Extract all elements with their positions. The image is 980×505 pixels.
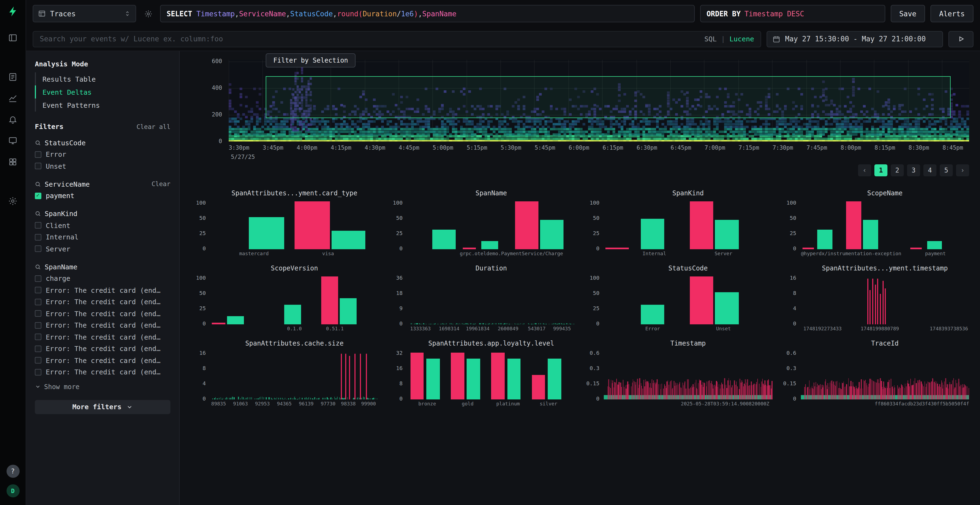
density-stroke xyxy=(954,389,955,399)
page-button-1[interactable]: 1 xyxy=(874,164,888,176)
mode-event-patterns[interactable]: Event Patterns xyxy=(35,98,170,111)
time-range-picker[interactable]: May 27 15:30:00 - May 27 21:00:00 xyxy=(767,31,943,47)
checkbox[interactable] xyxy=(35,287,41,294)
search-input[interactable]: Search your events w/ Lucene ex. column:… xyxy=(33,31,761,47)
heatmap-plot[interactable]: Filter by Selection xyxy=(229,60,969,141)
mini-chart-plot[interactable] xyxy=(210,274,379,324)
mini-chart-x-tick: Error xyxy=(645,326,660,332)
filter-option-charge[interactable]: charge xyxy=(35,273,170,284)
order-by-input[interactable]: ORDER BY Timestamp DESC xyxy=(700,5,885,22)
clear-all-filters-link[interactable]: Clear all xyxy=(136,123,170,130)
density-stroke xyxy=(815,386,815,399)
filter-option-error-the-credit-card-end[interactable]: Error: The credit card (end… xyxy=(35,366,170,378)
filter-group-header-statuscode[interactable]: StatusCode xyxy=(35,137,170,149)
checkbox[interactable] xyxy=(35,275,41,282)
mini-chart-body: 02550100 xyxy=(584,274,772,324)
mode-results-table[interactable]: Results Table xyxy=(35,72,170,86)
mini-chart-plot[interactable] xyxy=(800,349,969,399)
source-settings-gear-icon[interactable] xyxy=(142,7,154,20)
page-button-3[interactable]: 3 xyxy=(907,164,920,176)
checkbox[interactable] xyxy=(35,234,41,241)
checkbox[interactable] xyxy=(35,346,41,352)
source-selector[interactable]: Traces xyxy=(33,5,136,22)
filter-option-error-the-credit-card-end[interactable]: Error: The credit card (end… xyxy=(35,319,170,331)
alerts-bell-icon[interactable] xyxy=(7,113,19,125)
save-button[interactable]: Save xyxy=(891,5,925,22)
checkbox[interactable] xyxy=(35,222,41,229)
page-button-4[interactable]: 4 xyxy=(923,164,937,176)
heatmap-selection-region[interactable] xyxy=(266,76,951,118)
mini-chart-plot[interactable] xyxy=(407,199,576,249)
density-stroke xyxy=(496,323,496,324)
mini-chart-plot[interactable] xyxy=(407,274,576,324)
filter-option-error-the-credit-card-end[interactable]: Error: The credit card (end… xyxy=(35,308,170,319)
mini-chart-plot[interactable] xyxy=(210,199,379,249)
bar xyxy=(294,201,330,249)
checkbox[interactable] xyxy=(35,163,41,170)
mini-chart-plot[interactable] xyxy=(800,274,969,324)
filter-option-error-the-credit-card-end[interactable]: Error: The credit card (end… xyxy=(35,354,170,366)
services-grid-icon[interactable] xyxy=(7,156,19,168)
app-logo-bolt-icon[interactable] xyxy=(7,5,19,17)
filter-by-selection-button[interactable]: Filter by Selection xyxy=(266,53,356,67)
mini-chart-plot[interactable] xyxy=(604,349,772,399)
filter-option-server[interactable]: Server xyxy=(35,243,170,255)
filter-group-header-servicename[interactable]: ServiceNameClear xyxy=(35,178,170,190)
user-avatar[interactable]: D xyxy=(6,484,19,497)
clear-filter-link[interactable]: Clear xyxy=(152,180,170,188)
filter-group-header-spanname[interactable]: SpanName xyxy=(35,260,170,273)
mini-chart-plot[interactable] xyxy=(407,349,576,399)
mini-chart-plot[interactable] xyxy=(604,199,772,249)
mini-chart-plot[interactable] xyxy=(604,274,772,324)
checkbox[interactable] xyxy=(35,193,41,199)
prev-page-button[interactable]: ‹ xyxy=(858,164,871,176)
logs-icon[interactable] xyxy=(7,71,19,83)
run-query-button[interactable] xyxy=(948,31,974,47)
filter-option-error-the-credit-card-end[interactable]: Error: The credit card (end… xyxy=(35,296,170,308)
mode-event-deltas[interactable]: Event Deltas xyxy=(35,86,170,98)
filter-option-error-the-credit-card-end[interactable]: Error: The credit card (end… xyxy=(35,331,170,343)
checkbox[interactable] xyxy=(35,151,41,158)
filter-option-error-the-credit-card-end[interactable]: Error: The credit card (end… xyxy=(35,284,170,296)
checkbox[interactable] xyxy=(35,310,41,317)
checkbox[interactable] xyxy=(35,246,41,252)
mini-chart-plot[interactable] xyxy=(210,349,379,399)
filter-option-error-the-credit-card-end[interactable]: Error: The credit card (end… xyxy=(35,343,170,354)
time-range-value: May 27 15:30:00 - May 27 21:00:00 xyxy=(785,35,926,43)
checkbox[interactable] xyxy=(35,357,41,364)
checkbox[interactable] xyxy=(35,299,41,305)
page-button-5[interactable]: 5 xyxy=(940,164,953,176)
filter-option-internal[interactable]: Internal xyxy=(35,231,170,243)
filter-option-error[interactable]: Error xyxy=(35,149,170,160)
density-stroke xyxy=(905,383,906,399)
filter-option-client[interactable]: Client xyxy=(35,219,170,231)
lucene-mode-toggle[interactable]: Lucene xyxy=(730,35,754,43)
next-page-button[interactable]: › xyxy=(956,164,969,176)
mini-chart-title: SpanAttributes.cache.size xyxy=(210,340,379,347)
filter-group-header-spankind[interactable]: SpanKind xyxy=(35,208,170,219)
page-button-2[interactable]: 2 xyxy=(891,164,904,176)
help-button[interactable]: ? xyxy=(6,465,19,478)
filter-option-unset[interactable]: Unset xyxy=(35,160,170,172)
settings-gear-icon[interactable] xyxy=(7,195,19,207)
more-filters-button[interactable]: More filters xyxy=(35,400,170,414)
density-stroke xyxy=(223,398,223,399)
sql-mode-toggle[interactable]: SQL xyxy=(704,35,716,43)
chart-icon[interactable] xyxy=(7,92,19,104)
sql-select-input[interactable]: SELECT Timestamp,ServiceName,StatusCode,… xyxy=(160,5,694,22)
alerts-button[interactable]: Alerts xyxy=(931,5,974,22)
filter-option-payment[interactable]: payment xyxy=(35,190,170,202)
panels-icon[interactable] xyxy=(7,32,19,43)
density-stroke xyxy=(546,324,546,324)
show-more-toggle[interactable]: Show more xyxy=(35,381,170,392)
dashboards-monitor-icon[interactable] xyxy=(7,134,19,146)
value-line xyxy=(360,354,361,399)
checkbox[interactable] xyxy=(35,369,41,375)
density-stroke xyxy=(262,397,263,399)
bar xyxy=(910,248,922,249)
checkbox[interactable] xyxy=(35,334,41,340)
checkbox[interactable] xyxy=(35,322,41,329)
mini-chart-spanname: SpanName02550100grpc.oteldemo.PaymentSer… xyxy=(387,189,576,258)
mini-chart-y-axis: 02550100 xyxy=(191,199,210,249)
mini-chart-plot[interactable] xyxy=(800,199,969,249)
